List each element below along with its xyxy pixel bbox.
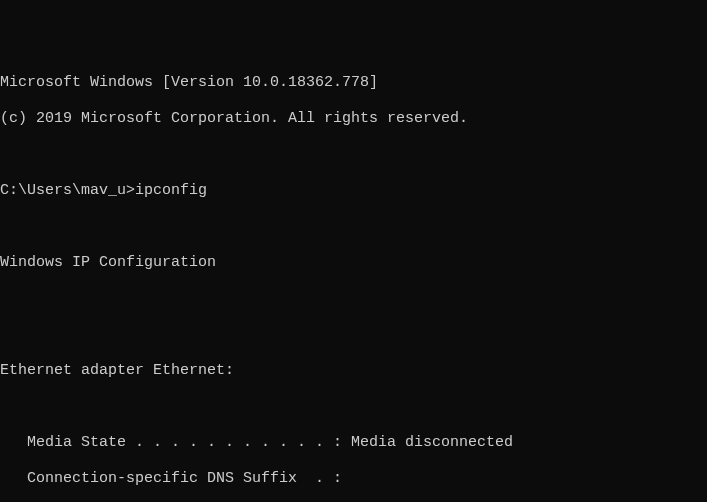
blank-line <box>0 290 707 308</box>
prompt-command: ipconfig <box>135 182 207 199</box>
media-state-row: Media State . . . . . . . . . . . : Medi… <box>0 434 707 452</box>
version-line: Microsoft Windows [Version 10.0.18362.77… <box>0 74 707 92</box>
prompt-line[interactable]: C:\Users\mav_u>ipconfig <box>0 182 707 200</box>
dns-suffix-label: Connection-specific DNS Suffix . : <box>0 470 342 487</box>
media-state-label: Media State . . . . . . . . . . . : <box>0 434 351 451</box>
copyright-line: (c) 2019 Microsoft Corporation. All righ… <box>0 110 707 128</box>
blank-line <box>0 218 707 236</box>
blank-line <box>0 146 707 164</box>
config-title: Windows IP Configuration <box>0 254 707 272</box>
blank-line <box>0 326 707 344</box>
dns-suffix-row: Connection-specific DNS Suffix . : <box>0 470 707 488</box>
media-state-value: Media disconnected <box>351 434 513 451</box>
prompt-path: C:\Users\mav_u> <box>0 182 135 199</box>
adapter-name: Ethernet adapter Ethernet: <box>0 362 707 380</box>
blank-line <box>0 398 707 416</box>
